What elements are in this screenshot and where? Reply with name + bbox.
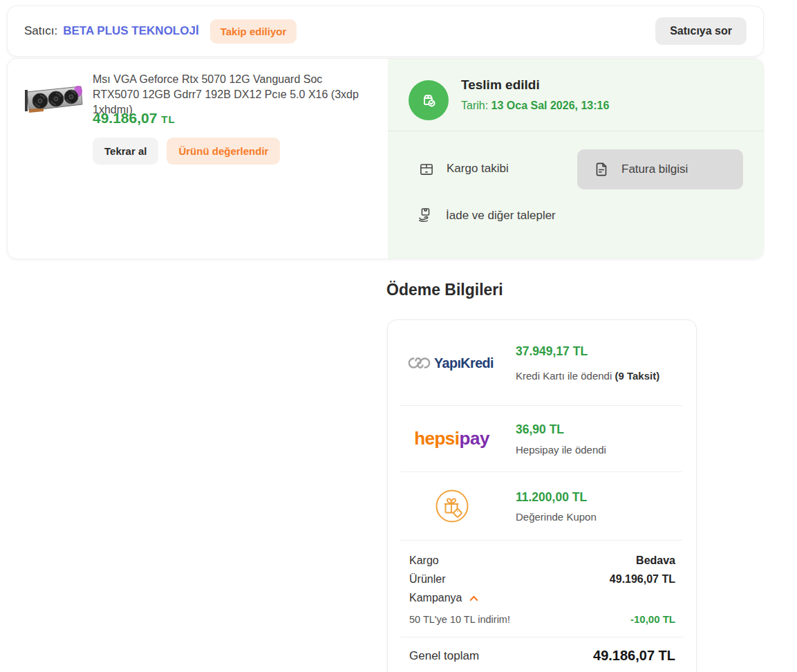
- coupon-description: Değerinde Kupon: [516, 511, 696, 523]
- product-pane: Msı VGA Geforce Rtx 5070 12G Vanguard So…: [8, 59, 388, 259]
- invoice-info-button[interactable]: Fatura bilgisi: [577, 149, 743, 189]
- product-price: 49.186,07 TL: [93, 110, 176, 127]
- returns-requests-button[interactable]: İade ve diğer talepler: [416, 206, 556, 225]
- shipping-label: Kargo: [409, 554, 439, 567]
- yapikredi-horns-icon: [406, 355, 432, 371]
- coupon-gift-icon: [434, 488, 470, 524]
- order-card: Msı VGA Geforce Rtx 5070 12G Vanguard So…: [7, 58, 764, 259]
- summary-row-products: Ürünler 49.196,07 TL: [409, 573, 675, 586]
- seller-name-link[interactable]: BETA PLUS TEKNOLOJİ: [63, 24, 198, 38]
- products-value: 49.196,07 TL: [610, 573, 675, 586]
- cargo-tracking-button[interactable]: Kargo takibi: [418, 160, 509, 178]
- summary-row-total: Genel toplam 49.186,07 TL: [409, 648, 675, 664]
- graphics-card-image: [23, 80, 85, 121]
- payment-description: Kredi Kartı ile ödendi (9 Taksit): [516, 370, 696, 382]
- yapikredi-wordmark: YapıKredi: [434, 355, 494, 371]
- coupon-amount: 11.200,00 TL: [516, 490, 696, 505]
- package-icon: [418, 160, 435, 178]
- campaign-description: 50 TL'ye 10 TL indirim!: [409, 614, 510, 625]
- payment-amount: 36,90 TL: [516, 422, 696, 437]
- summary-row-campaign: Kampanya: [409, 592, 675, 604]
- hepsipay-wordmark-pay: pay: [460, 428, 489, 449]
- grand-total-label: Genel toplam: [409, 649, 479, 663]
- payment-section-title: Ödeme Bilgileri: [386, 281, 503, 299]
- summary-row-shipping: Kargo Bedava: [409, 554, 675, 567]
- ask-seller-button[interactable]: Satıcıya sor: [655, 17, 747, 45]
- delivered-status-icon: [409, 80, 449, 120]
- order-summary: Kargo Bedava Ürünler 49.196,07 TL Kampan…: [388, 541, 696, 664]
- cargo-tracking-label: Kargo takibi: [447, 162, 509, 176]
- hepsipay-logo: hepsipay: [414, 428, 489, 449]
- invoice-info-label: Fatura bilgisi: [621, 162, 688, 176]
- payment-description: Hepsipay ile ödendi: [516, 444, 696, 456]
- order-detail-page: Satıcı: BETA PLUS TEKNOLOJİ Takip ediliy…: [0, 0, 797, 672]
- price-amount: 49.186,07: [93, 110, 157, 126]
- seller-bar: Satıcı: BETA PLUS TEKNOLOJİ Takip ediliy…: [7, 6, 764, 57]
- payment-method-yapikredi: YapıKredi 37.949,17 TL Kredi Kartı ile ö…: [388, 320, 696, 405]
- campaign-label: Kampanya: [409, 592, 462, 604]
- payment-method-hepsipay: hepsipay 36,90 TL Hepsipay ile ödendi: [388, 406, 696, 472]
- package-check-icon: [418, 90, 439, 111]
- returns-requests-label: İade ve diğer talepler: [446, 209, 556, 223]
- return-box-hand-icon: [416, 206, 435, 225]
- delivery-date-label: Tarih:: [461, 100, 491, 111]
- payment-amount: 37.949,17 TL: [516, 344, 696, 359]
- yapikredi-logo: YapıKredi: [406, 355, 497, 371]
- seller-label: Satıcı:: [24, 24, 57, 38]
- products-label: Ürünler: [409, 573, 445, 586]
- price-currency: TL: [161, 113, 175, 125]
- reorder-button[interactable]: Tekrar al: [93, 138, 158, 165]
- product-buttons: Tekrar al Ürünü değerlendir: [93, 138, 280, 165]
- review-product-button[interactable]: Ürünü değerlendir: [167, 138, 280, 165]
- invoice-document-icon: [592, 160, 610, 178]
- following-badge[interactable]: Takip ediliyor: [210, 19, 297, 44]
- delivery-date-value: 13 Oca Sal 2026, 13:16: [491, 100, 610, 111]
- shipping-value: Bedava: [636, 554, 675, 567]
- divider: [400, 637, 684, 637]
- payment-card: YapıKredi 37.949,17 TL Kredi Kartı ile ö…: [387, 319, 697, 672]
- hepsipay-wordmark-hepsi: hepsi: [414, 428, 459, 449]
- campaign-toggle[interactable]: Kampanya: [409, 592, 478, 604]
- chevron-up-icon: [469, 595, 478, 601]
- campaign-detail-row: 50 TL'ye 10 TL indirim! -10,00 TL: [409, 613, 675, 625]
- delivery-status-title: Teslim edildi: [461, 77, 540, 93]
- grand-total-value: 49.186,07 TL: [593, 648, 675, 664]
- campaign-discount-value: -10,00 TL: [630, 613, 675, 625]
- product-image[interactable]: [23, 80, 85, 121]
- delivery-pane: Teslim edildi Tarih: 13 Oca Sal 2026, 13…: [388, 59, 763, 259]
- installment-count: (9 Taksit): [615, 370, 659, 382]
- payment-method-coupon: 11.200,00 TL Değerinde Kupon: [388, 472, 696, 540]
- divider: [388, 131, 763, 131]
- delivery-date: Tarih: 13 Oca Sal 2026, 13:16: [461, 100, 609, 112]
